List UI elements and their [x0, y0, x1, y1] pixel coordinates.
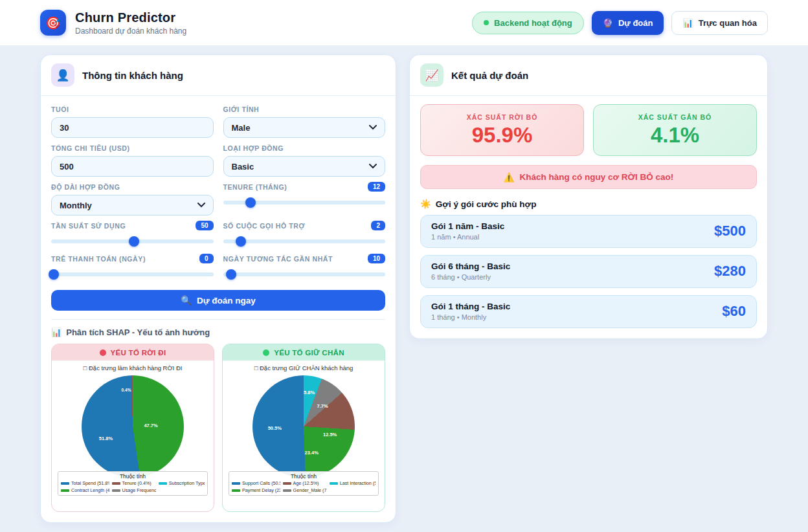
pie-value-label: 0.4%: [122, 388, 131, 392]
retain-factors-panel: YẾU TỐ GIỮ CHÂN □ Đặc trưng GIỮ CHÂN khá…: [222, 344, 385, 512]
swatch: [283, 482, 291, 485]
age-input[interactable]: [51, 117, 214, 138]
usage-frequency-slider[interactable]: [51, 234, 214, 249]
chevron-down-icon: [369, 125, 377, 130]
package-detail: 6 tháng • Quarterly: [431, 273, 510, 281]
payment-delay-slider-thumb[interactable]: [49, 269, 59, 280]
gender-select[interactable]: Male: [223, 117, 386, 138]
package-price: $60: [722, 303, 746, 320]
pie-value-label: 47.7%: [144, 423, 157, 428]
total-spend-label: TỔNG CHI TIÊU (USD): [51, 144, 130, 152]
customer-form: TUỔI GIỚI TÍNH Male TỔNG CHI TIÊU (USD): [41, 96, 396, 522]
backend-status-badge: Backend hoạt động: [472, 12, 584, 34]
tab-visualize-label: Trực quan hóa: [699, 18, 757, 28]
legend-item: Usage Frequency (0.1%): [112, 487, 156, 493]
pie-value-label: 23.4%: [305, 450, 319, 456]
target-icon: 🎯: [45, 16, 61, 30]
suggestions-title-text: Gợi ý gói cước phù hợp: [436, 199, 537, 209]
tab-predict-label: Dự đoán: [618, 18, 653, 28]
total-spend-input[interactable]: [51, 156, 214, 177]
customer-card-header: 👤 Thông tin khách hàng: [41, 55, 396, 96]
support-calls-label: SỐ CUỘC GỌI HỖ TRỢ: [223, 222, 306, 230]
last-interaction-value-badge: 10: [368, 254, 385, 263]
legend-item: Last Interaction (5.8%): [330, 480, 376, 486]
package-name: Gói 1 năm - Basic: [431, 221, 504, 231]
payment-delay-value-badge: 0: [199, 254, 214, 263]
retain-factors-header: YẾU TỐ GIỮ CHÂN: [223, 344, 385, 360]
legend-item: Payment Delay (23.4%): [232, 487, 280, 493]
usage-frequency-slider-thumb[interactable]: [129, 236, 139, 247]
magnifier-icon: 🔍: [181, 295, 192, 305]
package-price: $280: [714, 263, 746, 280]
legend-label: Last Interaction (5.8%): [340, 480, 376, 486]
legend-item: Gender_Male (7.7%): [283, 487, 327, 493]
usage-frequency-value-badge: 50: [196, 221, 213, 230]
brand: 🎯 Churn Predictor Dashboard dự đoán khác…: [40, 10, 186, 36]
warning-text: Khách hàng có nguy cơ RỜI BỎ cao!: [519, 172, 673, 182]
chart-up-emoji: 📈: [425, 69, 438, 82]
churn-probability-box: XÁC SUẤT RỜI BỎ 95.9%: [420, 104, 584, 156]
legend-title: Thuộc tính: [61, 473, 205, 480]
field-usage-frequency: TẦN SUẤT SỬ DỤNG 50: [51, 221, 214, 249]
topbar-actions: Backend hoạt động 🔮 Dự đoán 📊 Trực quan …: [472, 11, 768, 35]
churn-pie-chart: □ Đặc trưng làm khách hàng RỜI ĐI 51.8% …: [52, 360, 214, 511]
support-calls-slider[interactable]: [223, 234, 386, 249]
tenure-slider[interactable]: [223, 195, 386, 210]
pie-value-label: 50.5%: [268, 425, 282, 431]
tenure-slider-thumb[interactable]: [245, 197, 256, 208]
package-info: Gói 6 tháng - Basic 6 tháng • Quarterly: [431, 261, 510, 281]
legend-label: Usage Frequency (0.1%): [122, 487, 156, 493]
churn-probability-value: 95.9%: [427, 123, 577, 148]
package-card-6month: Gói 6 tháng - Basic 6 tháng • Quarterly …: [420, 255, 757, 288]
predict-now-button[interactable]: 🔍 Dự đoán ngay: [51, 290, 385, 311]
swatch: [112, 482, 120, 485]
chevron-down-icon: [197, 203, 205, 208]
results-card-header: 📈 Kết quả dự đoán: [410, 55, 767, 96]
shap-section-title: 📊 Phân tích SHAP - Yếu tố ảnh hưởng: [51, 327, 385, 337]
last-interaction-slider[interactable]: [223, 267, 386, 282]
slider-track: [51, 272, 214, 276]
contract-type-value: Basic: [232, 162, 254, 172]
support-calls-value-badge: 2: [371, 221, 385, 230]
field-tenure: TENURE (THÁNG) 12: [223, 182, 386, 210]
field-gender: GIỚI TÍNH Male: [223, 104, 386, 138]
app-logo-target-icon: 🎯: [40, 10, 66, 36]
field-support-calls: SỐ CUỘC GỌI HỖ TRỢ 2: [223, 221, 386, 249]
bar-chart-icon: 📊: [682, 18, 693, 28]
churn-chart-title: □ Đặc trưng làm khách hàng RỜI ĐI: [56, 364, 210, 373]
predict-now-label: Dự đoán ngay: [197, 296, 256, 305]
retain-factors-header-label: YẾU TỐ GIỮ CHÂN: [274, 349, 344, 357]
contract-length-value: Monthly: [60, 201, 92, 210]
top-bar: 🎯 Churn Predictor Dashboard dự đoán khác…: [0, 0, 808, 45]
tab-visualize[interactable]: 📊 Trực quan hóa: [671, 11, 768, 35]
tab-predict[interactable]: 🔮 Dự đoán: [592, 11, 664, 35]
payment-delay-slider[interactable]: [51, 267, 214, 282]
package-detail: 1 năm • Annual: [431, 233, 504, 241]
swatch: [283, 489, 291, 492]
legend-label: Tenure (0.4%): [122, 480, 152, 486]
gender-label: GIỚI TÍNH: [223, 105, 260, 113]
package-info: Gói 1 năm - Basic 1 năm • Annual: [431, 221, 504, 241]
legend-label: Total Spend (51.8%): [71, 480, 109, 486]
results-card-title: Kết quả dự đoán: [451, 70, 528, 81]
legend-label: Age (12.5%): [293, 480, 319, 486]
contract-type-label: LOẠI HỢP ĐỒNG: [223, 144, 284, 152]
package-card-annual: Gói 1 năm - Basic 1 năm • Annual $500: [420, 215, 757, 248]
churn-factors-header-label: YẾU TỐ RỜI ĐI: [111, 349, 166, 357]
churn-factors-header: YẾU TỐ RỜI ĐI: [52, 344, 214, 360]
legend-label: Payment Delay (23.4%): [242, 487, 280, 493]
status-dot-icon: [484, 20, 489, 25]
package-price: $500: [714, 223, 746, 239]
retain-probability-box: XÁC SUẤT GẮN BÓ 4.1%: [593, 104, 757, 156]
legend-label: Support Calls (50.5%): [242, 480, 280, 486]
contract-type-select[interactable]: Basic: [223, 156, 386, 177]
swatch: [61, 489, 69, 492]
legend-title: Thuộc tính: [232, 473, 376, 480]
pie-value-label: 51.8%: [99, 436, 113, 441]
legend-item: Subscription Type (0.0%): [159, 480, 205, 486]
support-calls-slider-thumb[interactable]: [236, 236, 246, 247]
contract-length-select[interactable]: Monthly: [51, 195, 214, 216]
last-interaction-slider-thumb[interactable]: [226, 269, 236, 280]
field-total-spend: TỔNG CHI TIÊU (USD): [51, 143, 214, 177]
swatch: [159, 482, 167, 485]
